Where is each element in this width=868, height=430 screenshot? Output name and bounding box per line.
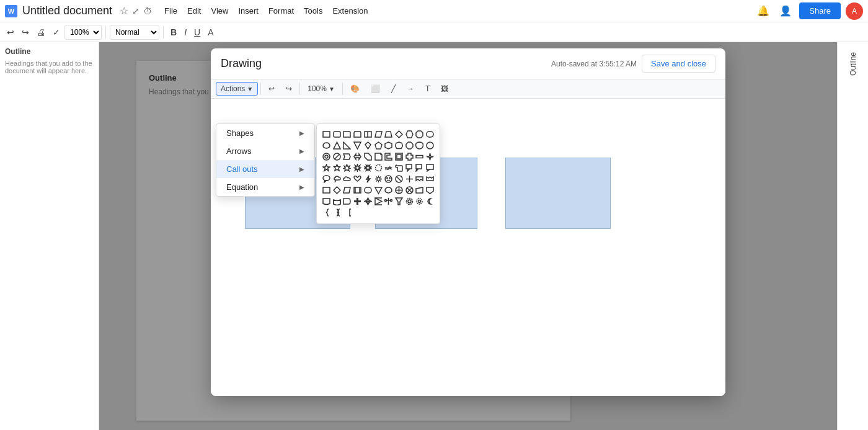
shape-right-triangle[interactable] [342, 140, 352, 150]
drawing-text-button[interactable]: T [420, 82, 435, 96]
shape-start[interactable] [384, 185, 393, 195]
shape-line-callout1[interactable] [405, 163, 414, 172]
shape-data[interactable] [342, 185, 352, 195]
drawing-line-button[interactable]: ╱ [386, 82, 401, 96]
shape-delay[interactable] [342, 196, 352, 206]
shape-brace-pair[interactable] [333, 207, 343, 217]
shape-round-rect2[interactable] [425, 129, 435, 139]
shape-cross[interactable] [405, 174, 414, 184]
shape-star8[interactable] [353, 163, 362, 172]
drawing-arrow-button[interactable]: → [402, 82, 419, 96]
shape-ribbon2[interactable] [425, 174, 435, 184]
shape-sum[interactable] [405, 185, 414, 195]
shape-ellipse[interactable] [322, 140, 331, 150]
shape-or[interactable] [394, 185, 404, 195]
shape-folded[interactable] [374, 151, 383, 161]
menu-tools[interactable]: Tools [299, 4, 327, 18]
shape-off-page[interactable] [425, 185, 435, 195]
shape-pentagon[interactable] [374, 140, 383, 150]
shape-star4[interactable] [425, 151, 435, 161]
shape-star5[interactable] [322, 163, 331, 172]
dd-shapes[interactable]: Shapes ▶ [216, 124, 314, 142]
shape-wave[interactable] [384, 163, 393, 172]
shape-predef[interactable] [353, 185, 362, 195]
shape-heart[interactable] [353, 174, 362, 184]
shape-gear[interactable] [405, 196, 414, 206]
shape-round-rect[interactable] [332, 129, 342, 139]
shape-rect[interactable] [322, 129, 331, 139]
shape-trapezoid[interactable] [384, 129, 393, 139]
dd-arrows[interactable]: Arrows ▶ [216, 142, 314, 160]
spellcheck-button[interactable]: ✓ [50, 25, 63, 39]
history-icon[interactable]: ⏱ [143, 6, 152, 16]
shape-gear2[interactable] [415, 196, 425, 206]
shape-diamond[interactable] [394, 129, 404, 139]
shape-plus[interactable] [405, 151, 414, 161]
shape-minus[interactable] [415, 151, 425, 161]
shape-burst4[interactable] [363, 163, 373, 172]
shape-multi[interactable] [332, 196, 342, 206]
shape-snip-rect[interactable] [342, 129, 352, 139]
shape-process[interactable] [322, 185, 331, 195]
shape-star6[interactable] [332, 163, 342, 172]
drawing-redo-button[interactable]: ↪ [281, 82, 297, 96]
italic-button[interactable]: I [181, 25, 190, 39]
font-select[interactable]: Normal Heading 1 [110, 25, 159, 40]
shape-no-symbol[interactable] [332, 151, 342, 161]
shape-left-right[interactable] [353, 151, 362, 161]
shape-doc[interactable] [322, 196, 331, 206]
drawing-shape-button[interactable]: ⬜ [366, 82, 385, 96]
undo-button[interactable]: ↩ [4, 25, 17, 39]
shape-kite[interactable] [363, 140, 373, 150]
shape-cloud[interactable] [342, 174, 352, 184]
account-icon[interactable]: 👤 [777, 2, 794, 19]
canvas-shape-3[interactable] [505, 158, 611, 229]
menu-edit[interactable]: Edit [182, 4, 206, 18]
tab-outline[interactable]: Outline [846, 47, 860, 81]
shape-triangle2[interactable] [353, 140, 362, 150]
shape-scroll[interactable] [394, 163, 404, 172]
save-close-button[interactable]: Save and close [642, 55, 715, 73]
underline-button[interactable]: U [191, 25, 203, 39]
shape-hexagon[interactable] [405, 129, 414, 139]
shape-parallelogram[interactable] [374, 129, 383, 139]
shape-ribbon1[interactable] [415, 174, 425, 184]
shape-smiley[interactable] [384, 174, 393, 184]
shape-sum2[interactable] [374, 196, 383, 206]
shape-cross-shape[interactable] [353, 196, 362, 206]
shape-sun[interactable] [374, 174, 383, 184]
shape-octagon[interactable] [415, 129, 425, 139]
shape-cylinder[interactable] [363, 129, 373, 139]
menu-extensions[interactable]: Extension [327, 4, 373, 18]
shape-cloud-callout[interactable] [332, 174, 342, 184]
shape-triangle[interactable] [332, 140, 342, 150]
shape-lightning[interactable] [363, 174, 373, 184]
menu-file[interactable]: File [159, 4, 182, 18]
shape-merge[interactable] [374, 185, 383, 195]
shape-donut[interactable] [322, 151, 331, 161]
shape-forbidden[interactable] [394, 174, 404, 184]
actions-button[interactable]: Actions ▼ [216, 82, 258, 96]
menu-format[interactable]: Format [264, 4, 299, 18]
shape-line-callout2[interactable] [415, 163, 425, 172]
shape-oval-callout[interactable] [322, 174, 331, 184]
bold-button[interactable]: B [167, 25, 180, 39]
move-icon[interactable]: ⤢ [132, 6, 140, 16]
bookmark-icon[interactable]: ☆ [120, 5, 128, 17]
shape-chevron[interactable] [342, 151, 352, 161]
drawing-paint-button[interactable]: 🎨 [345, 82, 365, 96]
shape-corner[interactable] [363, 151, 373, 161]
shape-burst8[interactable] [374, 163, 383, 172]
shape-heptagon[interactable] [394, 140, 404, 150]
dd-equation[interactable]: Equation ▶ [216, 178, 314, 196]
shape-hexagon2[interactable] [384, 140, 393, 150]
text-color-button[interactable]: A [205, 25, 216, 39]
shape-decision[interactable] [332, 185, 342, 195]
shape-frame[interactable] [394, 151, 404, 161]
print-button[interactable]: 🖨 [33, 25, 48, 39]
shape-octagon2[interactable] [405, 140, 414, 150]
shape-rect-callout[interactable] [425, 163, 435, 172]
shape-snip2-rect[interactable] [353, 129, 362, 139]
avatar[interactable]: A [846, 2, 863, 20]
shape-decagon[interactable] [415, 140, 425, 150]
